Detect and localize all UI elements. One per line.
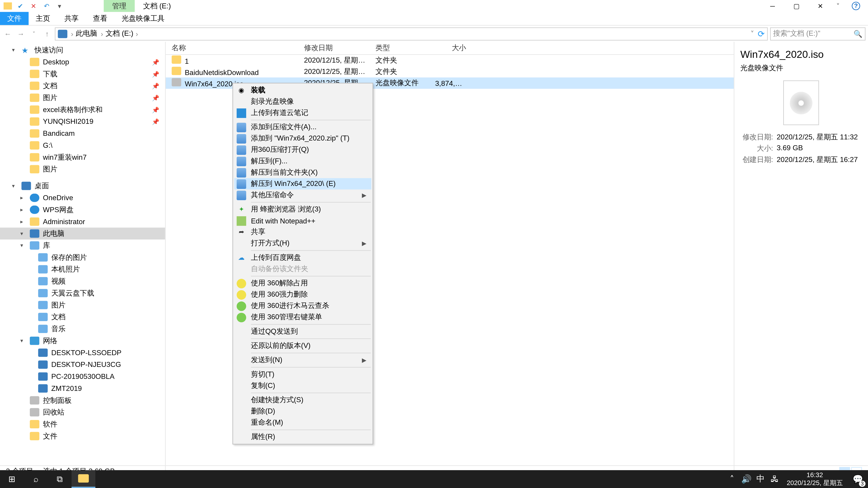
tree-item-软件[interactable]: 软件 [0,418,165,430]
ribbon-tab-home[interactable]: 主页 [29,12,57,25]
qat-save-icon[interactable]: ✔ [16,1,25,11]
context-menu-item[interactable]: 添加到 "Win7x64_2020.zip" (T) [234,133,371,144]
qat-delete-icon[interactable]: ✕ [29,1,38,11]
context-menu-item[interactable]: 添加到压缩文件(A)... [234,122,371,133]
tray-volume-icon[interactable]: 🔊 [739,470,753,488]
tree-item-文件[interactable]: 文件 [0,430,165,442]
col-name[interactable]: 名称 [166,43,298,53]
action-center-button[interactable]: 💬3 [848,470,868,488]
tree-item-YUNQISHI2019[interactable]: YUNQISHI2019📌 [0,116,165,128]
context-menu-item[interactable]: 解压到(F)... [234,156,371,167]
context-menu-item[interactable]: 刻录光盘映像 [234,96,371,107]
ribbon-tab-view[interactable]: 查看 [86,12,115,25]
tray-network-icon[interactable]: 🖧 [768,470,782,488]
tree-item-图片[interactable]: 图片 [0,163,165,175]
context-menu-item[interactable]: 复制(C) [234,380,371,391]
context-menu-item[interactable]: 重命名(M) [234,417,371,428]
context-menu-item[interactable]: 创建快捷方式(S) [234,394,371,406]
context-menu-item[interactable]: 上传到有道云笔记 [234,107,371,119]
tree-item-ZMT2019[interactable]: ZMT2019 [0,383,165,394]
tree-item-回收站[interactable]: 回收站 [0,406,165,418]
col-date[interactable]: 修改日期 [298,43,370,53]
crumb-root[interactable]: 此电脑 [76,29,97,39]
context-menu-item[interactable]: ➦共享 [234,226,371,238]
nav-forward-button[interactable]: → [16,28,26,39]
tree-item-OneDrive[interactable]: ▸OneDrive [0,192,165,204]
context-menu-item[interactable]: 其他压缩命令 ▶ [234,190,371,201]
nav-tree[interactable]: ▾★快速访问 Desktop📌 下载📌 文档📌 图片📌 excel表格制作求和📌… [0,42,166,471]
context-menu-item[interactable]: 还原以前的版本(V) [234,340,371,352]
tree-item-Bandicam[interactable]: Bandicam [0,127,165,139]
ribbon-tab-share[interactable]: 共享 [57,12,86,25]
minimize-button[interactable]: ─ [761,0,784,12]
context-menu-item[interactable]: 使用 360解除占用 [234,278,371,289]
col-type[interactable]: 类型 [370,43,429,53]
tree-item-文档[interactable]: 文档 [0,311,165,323]
contextual-tab[interactable]: 管理 [104,0,135,12]
tree-item-库[interactable]: ▾库 [0,239,165,252]
context-menu-item[interactable]: 剪切(T) [234,369,371,380]
tree-item-文档[interactable]: 文档📌 [0,80,165,92]
context-menu-item[interactable]: 打开方式(H) ▶ [234,238,371,249]
taskbar[interactable]: ⊞ ⌕ ⧉ ˄ 🔊 中 🖧 16:322020/12/25, 星期五 💬3 [0,470,868,488]
tree-item-win7重装win7[interactable]: win7重装win7 [0,151,165,163]
refresh-button[interactable]: ⟳ [758,29,765,38]
file-row[interactable]: BaiduNetdiskDownload 2020/12/25, 星期五 1..… [166,66,734,77]
crumb-loc[interactable]: 文档 (E:) [105,29,133,39]
context-menu-item[interactable]: ◉装载 [234,85,371,96]
ribbon-tab-file[interactable]: 文件 [0,12,29,25]
column-headers[interactable]: 名称 修改日期 类型 大小 [166,42,734,55]
qat-undo-icon[interactable]: ↶ [42,1,51,11]
search-icon[interactable]: 🔍 [854,30,863,38]
tree-desktop[interactable]: ▾桌面 [0,180,165,192]
tree-item-保存的图片[interactable]: 保存的图片 [0,252,165,263]
context-menu[interactable]: ◉装载 刻录光盘映像 上传到有道云笔记 添加到压缩文件(A)... 添加到 "W… [232,83,373,445]
maximize-button[interactable]: ▢ [784,0,808,12]
context-menu-item[interactable]: 解压到当前文件夹(X) [234,167,371,178]
tray-chevron-icon[interactable]: ˄ [725,470,739,488]
tray-ime-indicator[interactable]: 中 [753,470,768,488]
tree-item-Desktop[interactable]: Desktop📌 [0,56,165,68]
system-tray[interactable]: ˄ 🔊 中 🖧 16:322020/12/25, 星期五 💬3 [725,470,868,488]
breadcrumb-dropdown-icon[interactable]: ˅ [750,30,754,38]
context-menu-item[interactable]: 属性(R) [234,431,371,443]
taskbar-clock[interactable]: 16:322020/12/25, 星期五 [782,471,848,487]
breadcrumb[interactable]: ›此电脑 ›文档 (E:) › ˅ ⟳ [55,27,768,40]
context-menu-item[interactable]: ☁上传到百度网盘 [234,252,371,263]
nav-up-button[interactable]: ↑ [42,28,53,39]
tree-item-excel表格制作求和[interactable]: excel表格制作求和📌 [0,104,165,116]
tree-item-控制面板[interactable]: 控制面板 [0,394,165,406]
tree-item-Administrator[interactable]: ▸Administrator [0,216,165,228]
tree-item-音乐[interactable]: 音乐 [0,323,165,335]
qat-dropdown-icon[interactable]: ▾ [55,1,64,11]
taskbar-search-icon[interactable]: ⌕ [24,470,48,488]
tree-item-此电脑[interactable]: ▾此电脑 [0,228,165,239]
file-row[interactable]: 1 2020/12/15, 星期二 1... 文件夹 [166,55,734,66]
tree-item-DESKTOP-NJEU3CG[interactable]: DESKTOP-NJEU3CG [0,359,165,370]
context-menu-item[interactable]: 使用 360管理右键菜单 [234,312,371,323]
context-menu-item[interactable]: 使用 360强力删除 [234,289,371,300]
tree-network[interactable]: ▾网络 [0,335,165,347]
taskbar-explorer-icon[interactable] [71,470,95,488]
task-view-button[interactable]: ⧉ [48,470,71,488]
context-menu-item[interactable]: Edit with Notepad++ [234,215,371,226]
nav-history-dropdown[interactable]: ˅ [29,28,39,39]
search-input[interactable]: 搜索"文档 (E:)" 🔍 [770,27,866,40]
tree-item-图片[interactable]: 图片 [0,299,165,311]
context-menu-item[interactable]: 通过QQ发送到 [234,326,371,337]
tree-item-天翼云盘下载[interactable]: 天翼云盘下载 [0,287,165,299]
nav-back-button[interactable]: ← [2,28,13,39]
tree-quick-access[interactable]: ▾★快速访问 [0,44,165,56]
close-button[interactable]: ✕ [808,0,832,12]
tree-item-PC-20190530OBLA[interactable]: PC-20190530OBLA [0,370,165,383]
tree-item-WPS网盘[interactable]: ▸WPS网盘 [0,204,165,216]
tree-item-DESKTOP-LSSOEDP[interactable]: DESKTOP-LSSOEDP [0,347,165,359]
help-button[interactable]: ? [844,0,868,12]
ribbon-tab-disc-tools[interactable]: 光盘映像工具 [114,12,172,25]
col-size[interactable]: 大小 [429,43,471,53]
context-menu-item[interactable]: ✦用 蜂蜜浏览器 浏览(3) [234,204,371,215]
context-menu-item[interactable]: 使用 360进行木马云查杀 [234,300,371,312]
context-menu-item[interactable]: 发送到(N) ▶ [234,355,371,366]
tree-item-视频[interactable]: 视频 [0,275,165,287]
tree-item-图片[interactable]: 图片📌 [0,92,165,104]
